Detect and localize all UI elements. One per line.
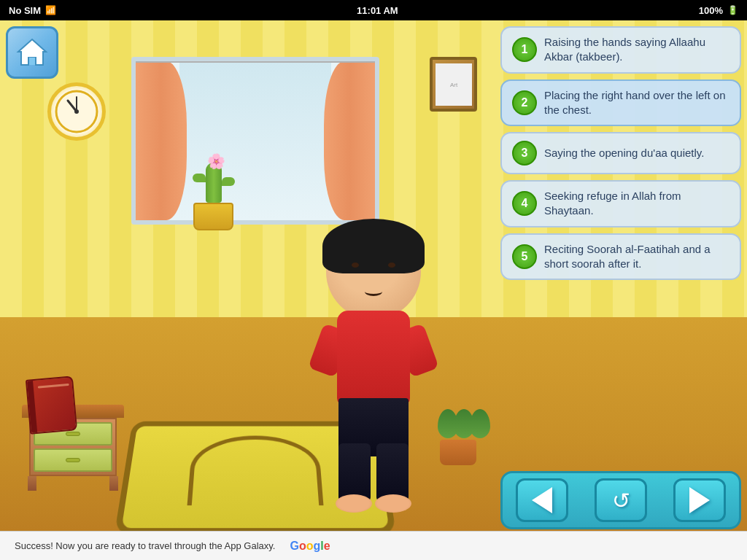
google-brand: Google <box>290 540 330 553</box>
table-leg-left <box>28 476 36 491</box>
battery-label: 100% <box>699 5 723 16</box>
status-bar: No SIM 📶 11:01 AM 100% 🔋 <box>0 0 747 20</box>
character-head <box>326 225 421 319</box>
drawer-handle-top <box>66 432 80 436</box>
svg-text:Art: Art <box>449 82 457 88</box>
wifi-icon: 📶 <box>45 5 56 15</box>
character-body <box>337 311 410 405</box>
steps-panel: 1 Raising the hands saying Allaahu Akbar… <box>500 26 741 286</box>
character-leg-left <box>338 443 371 502</box>
frame-content: Art <box>436 63 472 106</box>
plant-leaf-3 <box>470 409 490 438</box>
carrier-label: No SIM <box>9 5 41 16</box>
forward-button[interactable] <box>673 478 726 522</box>
cactus-pot <box>193 203 233 230</box>
step-text-5: Reciting Soorah al-Faatihah and a short … <box>544 242 729 272</box>
character-foot-right <box>375 494 411 513</box>
character-face <box>337 254 410 312</box>
back-button[interactable] <box>516 478 568 522</box>
step-number-1: 1 <box>512 37 537 62</box>
svg-point-5 <box>74 109 79 114</box>
book-detail <box>38 384 69 389</box>
table-legs <box>22 476 124 491</box>
plant <box>440 409 488 465</box>
navigation-bar: ↺ <box>500 471 741 529</box>
cactus-arm-left <box>193 174 206 182</box>
step-item-3[interactable]: 3 Saying the opening du'aa quietly. <box>500 132 741 174</box>
character-foot-left <box>336 494 372 513</box>
cactus-arm-right <box>222 177 235 186</box>
picture-frame: Art <box>430 57 477 112</box>
character-leg-right <box>376 443 409 502</box>
step-item-2[interactable]: 2 Placing the right hand over the left o… <box>500 79 741 127</box>
app-container: No SIM 📶 11:01 AM 100% 🔋 <box>0 0 747 560</box>
step-item-4[interactable]: 4 Seeking refuge in Allah from Shaytaan. <box>500 180 741 228</box>
step-text-1: Raising the hands saying Allaahu Akbar (… <box>544 35 729 65</box>
wall-clock <box>47 82 106 141</box>
character-eye-left <box>352 262 359 268</box>
step-item-5[interactable]: 5 Reciting Soorah al-Faatihah and a shor… <box>500 233 741 281</box>
status-left: No SIM 📶 <box>9 5 56 16</box>
cactus-body: 🌸 <box>206 163 222 203</box>
home-button[interactable] <box>6 26 58 79</box>
back-arrow-icon <box>532 487 552 513</box>
step-number-2: 2 <box>512 90 537 115</box>
step-number-3: 3 <box>512 141 537 166</box>
drawer-bottom <box>34 448 112 472</box>
character-eye-right <box>388 262 395 268</box>
step-number-5: 5 <box>512 244 537 269</box>
curtain-left <box>136 61 187 220</box>
drawer-handle-bottom <box>66 458 80 462</box>
step-number-4: 4 <box>512 191 537 216</box>
ad-text: Success! Now you are ready to travel thr… <box>15 540 275 551</box>
plant-leaves <box>440 409 488 438</box>
refresh-button[interactable]: ↺ <box>595 478 647 522</box>
main-content: Art 🌸 <box>0 20 747 560</box>
ad-banner: Success! Now you are ready to travel thr… <box>0 531 747 560</box>
curtain-right <box>324 61 375 220</box>
forward-arrow-icon <box>689 487 710 513</box>
step-text-3: Saying the opening du'aa quietly. <box>544 146 704 160</box>
battery-icon: 🔋 <box>727 5 738 15</box>
refresh-icon: ↺ <box>612 488 630 513</box>
character <box>301 225 446 516</box>
svg-rect-1 <box>29 58 35 65</box>
curtain-rod <box>131 57 379 63</box>
cactus: 🌸 <box>193 163 233 230</box>
step-text-4: Seeking refuge in Allah from Shaytaan. <box>544 189 729 219</box>
table-leg-right <box>109 476 118 491</box>
window <box>131 57 379 225</box>
time-label: 11:01 AM <box>357 5 398 16</box>
step-text-2: Placing the right hand over the left on … <box>544 88 729 118</box>
status-right: 100% 🔋 <box>699 5 738 16</box>
step-item-1[interactable]: 1 Raising the hands saying Allaahu Akbar… <box>500 26 741 74</box>
book <box>26 376 77 434</box>
cactus-flower: 🌸 <box>207 152 225 170</box>
character-smile <box>365 287 382 296</box>
